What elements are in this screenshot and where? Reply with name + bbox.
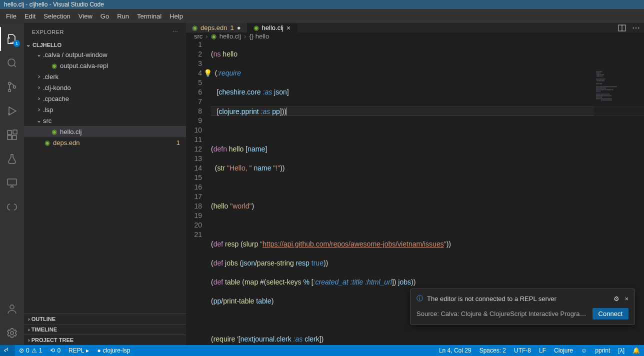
svg-rect-8	[13, 130, 17, 134]
menu-run[interactable]: Run	[113, 10, 133, 22]
file-tree: ⌄.calva / output-window◉output.calva-rep…	[24, 49, 186, 148]
radio-icon: ⟲	[50, 347, 55, 354]
clojure-icon[interactable]	[0, 195, 24, 219]
lightbulb-icon[interactable]: 💡	[204, 68, 212, 78]
close-icon[interactable]: ×	[624, 295, 628, 302]
sidebar: EXPLORER ⋯ ⌄ CLJHELLO ⌄.calva / output-w…	[24, 23, 186, 345]
tab-label: hello.clj	[262, 24, 284, 32]
tree-folder[interactable]: ›.cpcache	[24, 93, 186, 104]
project-section-header[interactable]: ⌄ CLJHELLO	[24, 40, 186, 49]
notification-source: Source: Calva: Clojure & ClojureScript I…	[416, 310, 588, 318]
chevron-right-icon: ›	[35, 84, 43, 91]
remote-indicator[interactable]	[0, 345, 15, 356]
status-ports[interactable]: ⟲0	[46, 345, 64, 356]
chevron-right-icon: ›	[206, 32, 208, 40]
account-icon[interactable]	[0, 297, 24, 321]
tree-item-label: .clerk	[43, 73, 58, 80]
run-debug-icon[interactable]	[0, 99, 24, 123]
chevron-right-icon: ›	[35, 95, 43, 102]
breadcrumbs[interactable]: src › ◉ hello.clj › {} hello	[186, 32, 644, 40]
status-feedback-icon[interactable]: ☺	[577, 345, 591, 356]
remote-explorer-icon[interactable]	[0, 171, 24, 195]
menu-help[interactable]: Help	[166, 10, 187, 22]
status-lsp[interactable]: ● clojure-lsp	[93, 345, 134, 356]
timeline-section[interactable]: › TIMELINE	[24, 324, 186, 334]
menu-file[interactable]: File	[2, 10, 20, 22]
svg-rect-6	[8, 136, 12, 140]
info-icon: ⓘ	[416, 294, 423, 303]
clj-file-icon: ◉	[254, 24, 259, 32]
close-icon[interactable]: ×	[286, 24, 290, 32]
split-editor-icon[interactable]	[618, 24, 626, 32]
status-language[interactable]: Clojure	[550, 345, 577, 356]
tree-folder[interactable]: ⌄src	[24, 115, 186, 126]
tree-file[interactable]: ◉output.calva-repl	[24, 60, 186, 71]
source-control-icon[interactable]	[0, 75, 24, 99]
chevron-right-icon: ›	[244, 32, 246, 40]
minimap[interactable]: ████ ████ ██████ ████ ██ ████ ████ ██ ██…	[594, 69, 644, 269]
chevron-down-icon: ⌄	[35, 51, 43, 58]
tab-deps[interactable]: ◉ deps.edn 1 ●	[186, 23, 248, 32]
clj-file-icon: ◉	[50, 128, 58, 136]
tree-folder[interactable]: ›.clerk	[24, 71, 186, 82]
tab-label: deps.edn	[200, 24, 228, 32]
search-icon[interactable]	[0, 51, 24, 75]
status-encoding[interactable]: UTF-8	[510, 345, 535, 356]
menu-edit[interactable]: Edit	[20, 10, 40, 22]
settings-gear-icon[interactable]	[0, 321, 24, 345]
play-icon: ▸	[86, 347, 89, 354]
svg-point-10	[10, 305, 14, 309]
error-icon: ⊘	[19, 347, 24, 354]
chevron-right-icon: ›	[35, 73, 43, 80]
window-titlebar: hello.clj - cljhello - Visual Studio Cod…	[0, 0, 644, 9]
svg-point-0	[8, 59, 15, 66]
explorer-icon[interactable]: 1	[0, 27, 24, 51]
window-title: hello.clj - cljhello - Visual Studio Cod…	[4, 1, 104, 8]
tree-item-label: .clj-kondo	[43, 84, 71, 92]
tree-file[interactable]: ◉deps.edn1	[24, 137, 186, 148]
project-tree-section[interactable]: › PROJECT TREE	[24, 334, 186, 345]
breadcrumb-item[interactable]: {} hello	[249, 32, 269, 40]
menu-selection[interactable]: Selection	[40, 10, 74, 22]
testing-icon[interactable]	[0, 147, 24, 171]
tab-hello[interactable]: ◉ hello.clj ×	[248, 23, 298, 32]
outline-section[interactable]: › OUTLINE	[24, 314, 186, 324]
notification-title: The editor is not connected to a REPL se…	[427, 295, 556, 302]
more-actions-icon[interactable]: ⋯	[632, 23, 640, 32]
status-bell-icon[interactable]: 🔔	[628, 345, 644, 356]
editor-tabs: ◉ deps.edn 1 ● ◉ hello.clj × ⋯	[186, 23, 644, 32]
connect-button[interactable]: Connect	[592, 308, 628, 320]
clj-file-icon: ◉	[43, 139, 51, 146]
clj-file-icon: ◉	[211, 32, 216, 40]
status-spaces[interactable]: Spaces: 2	[476, 345, 510, 356]
tree-file[interactable]: ◉hello.clj	[24, 126, 186, 137]
menu-go[interactable]: Go	[96, 10, 113, 22]
tree-item-label: hello.clj	[60, 128, 82, 136]
activity-bar: 1	[0, 23, 24, 345]
statusbar: ⊘0 ⚠1 ⟲0 REPL ▸ ● clojure-lsp Ln 4, Col …	[0, 345, 644, 356]
tree-folder[interactable]: ›.clj-kondo	[24, 82, 186, 93]
breadcrumb-item[interactable]: src	[194, 32, 202, 40]
breadcrumb-item[interactable]: hello.clj	[220, 32, 241, 40]
project-name: CLJHELLO	[32, 42, 62, 48]
status-lambda[interactable]: [λ]	[614, 345, 628, 356]
gear-icon[interactable]: ⚙	[614, 295, 620, 302]
status-repl[interactable]: REPL ▸	[64, 345, 93, 356]
svg-rect-5	[8, 130, 12, 134]
tree-folder[interactable]: ⌄.calva / output-window	[24, 49, 186, 60]
svg-point-2	[8, 90, 11, 92]
extensions-icon[interactable]	[0, 123, 24, 147]
menu-terminal[interactable]: Terminal	[133, 10, 166, 22]
status-position[interactable]: Ln 4, Col 29	[435, 345, 476, 356]
chevron-down-icon: ⌄	[35, 117, 43, 124]
status-pprint[interactable]: pprint	[591, 345, 614, 356]
status-eol[interactable]: LF	[535, 345, 550, 356]
dirty-indicator-icon: ●	[237, 24, 241, 32]
menu-view[interactable]: View	[74, 10, 96, 22]
status-problems[interactable]: ⊘0 ⚠1	[15, 345, 46, 356]
sidebar-more-icon[interactable]: ⋯	[172, 28, 178, 35]
sidebar-title: EXPLORER	[32, 29, 64, 35]
tree-item-label: .lsp	[43, 106, 53, 114]
svg-rect-7	[12, 136, 16, 140]
tree-folder[interactable]: ›.lsp	[24, 104, 186, 115]
